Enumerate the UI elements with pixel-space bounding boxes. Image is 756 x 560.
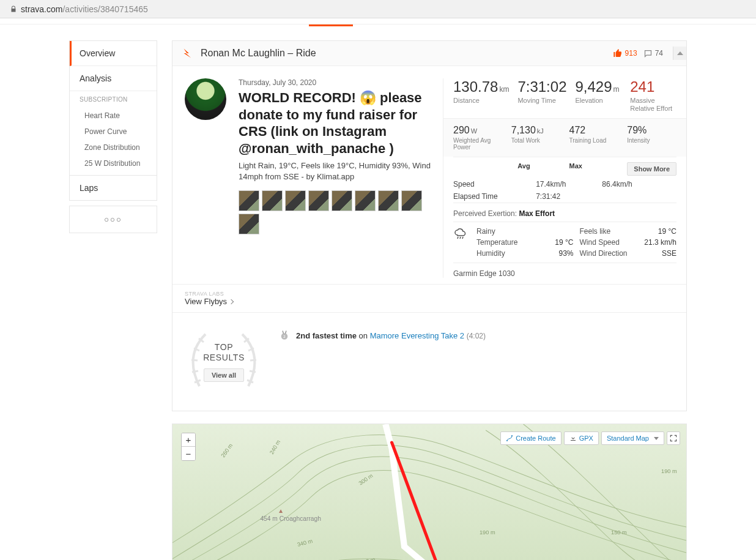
sidebar-item-laps[interactable]: Laps (70, 176, 157, 200)
stat-moving-time: 7:31:02Moving Time (517, 78, 566, 112)
view-flybys-link[interactable]: View Flybys (185, 297, 686, 306)
sidebar-item-25w-distribution[interactable]: 25 W Distribution (70, 155, 157, 175)
photo-thumb[interactable] (378, 190, 399, 211)
sidebar-item-overview[interactable]: Overview (70, 41, 157, 66)
stat-massive-relative-effort: 241Massive Relative Effort (630, 78, 676, 112)
photo-thumb[interactable] (239, 214, 259, 234)
stat-weighted-avg-power: 290WWeighted Avg Power (453, 125, 503, 151)
stat-row-speed: Speed17.4km/h86.4km/h (453, 178, 676, 190)
sidebar-item-heart-rate[interactable]: Heart Rate (70, 108, 157, 124)
map-zoom: + − (181, 433, 196, 461)
gpx-button[interactable]: GPX (564, 431, 599, 445)
sidebar-more[interactable]: ○○○ (69, 206, 157, 233)
show-more-button[interactable]: Show More (627, 162, 676, 176)
svg-text:260 m: 260 m (220, 442, 234, 458)
collapse-button[interactable] (673, 47, 686, 60)
achievement-row: 2 2nd fastest time on Mamore Everesting … (279, 330, 486, 341)
activity-panel: Ronan Mc Laughlin – Ride 913 74 (172, 40, 687, 411)
svg-point-13 (511, 435, 513, 436)
activity-header-title: Ronan Mc Laughlin – Ride (201, 48, 316, 59)
photo-thumbnails (239, 190, 422, 234)
svg-text:220 m: 220 m (359, 556, 376, 560)
photo-thumb[interactable] (401, 190, 422, 211)
svg-text:240 m: 240 m (269, 439, 282, 456)
zoom-in-button[interactable]: + (182, 433, 195, 447)
chevron-right-icon (229, 299, 234, 304)
medal-icon: 2 (279, 330, 290, 341)
comments-button[interactable]: 74 (643, 49, 663, 58)
map[interactable]: 260 m 240 m 300 m 340 m 220 m 190 m 150 … (172, 424, 686, 560)
zoom-out-button[interactable]: − (182, 447, 195, 460)
lock-icon (10, 6, 17, 13)
route-icon (506, 435, 513, 442)
sidebar: Overview Analysis SUBSCRIPTION Heart Rat… (69, 40, 157, 560)
segment-link[interactable]: Mamore Everesting Take 2 (370, 331, 464, 340)
comment-icon (643, 49, 653, 58)
stat-distance: 130.78kmDistance (453, 78, 509, 112)
chevron-down-icon (654, 437, 659, 440)
sidebar-item-analysis[interactable]: Analysis (70, 66, 157, 91)
photo-thumb[interactable] (285, 190, 306, 211)
photo-thumb[interactable] (262, 190, 283, 211)
activity-title: WORLD RECORD! 😱 please donate to my fund… (239, 89, 437, 157)
weather-grid: RainyFeels like19 °C Temperature19 °CWin… (453, 222, 676, 263)
stat-intensity: 79%Intensity (627, 125, 676, 151)
fullscreen-button[interactable] (667, 431, 680, 445)
svg-text:190 m: 190 m (480, 529, 495, 536)
perceived-exertion: Perceived Exertion: Max Effort (453, 203, 676, 222)
create-route-button[interactable]: Create Route (500, 431, 561, 445)
sidebar-item-zone-distribution[interactable]: Zone Distribution (70, 140, 157, 155)
svg-point-12 (506, 440, 508, 441)
url[interactable]: strava.com/activities/3840715465 (21, 4, 148, 14)
flybys-brand: STRAVA LABS (185, 291, 686, 297)
photo-thumb[interactable] (239, 190, 259, 211)
sidebar-item-power-curve[interactable]: Power Curve (70, 124, 157, 140)
top-results-badge: TOPRESULTS View all (187, 325, 261, 398)
peak-label: 454 m Croaghcarragh (260, 515, 321, 522)
kudos-icon (613, 48, 623, 58)
map-panel: 260 m 240 m 300 m 340 m 220 m 190 m 150 … (172, 424, 687, 560)
svg-text:▲: ▲ (278, 507, 284, 514)
stats-col-metric (453, 162, 517, 176)
map-style-select[interactable]: Standard Map (601, 431, 664, 445)
stat-elevation: 9,429mElevation (575, 78, 621, 112)
addressbar: strava.com/activities/3840715465 (0, 0, 756, 18)
activity-weather-line: Light Rain, 19°C, Feels like 19°C, Humid… (239, 160, 437, 182)
stat-total-work: 7,130kJTotal Work (511, 125, 561, 151)
stat-training-load: 472Training Load (569, 125, 619, 151)
photo-thumb[interactable] (308, 190, 329, 211)
ride-icon (182, 47, 195, 59)
download-icon (569, 435, 577, 442)
svg-text:150 m: 150 m (611, 529, 627, 536)
kudos-button[interactable]: 913 (613, 48, 637, 58)
rain-icon (453, 227, 468, 242)
wreath-icon (187, 325, 261, 398)
fullscreen-icon (669, 434, 678, 442)
device-name: Garmin Edge 1030 (453, 263, 676, 278)
activity-date: Thursday, July 30, 2020 (239, 78, 437, 87)
stats-col-max: Max (569, 162, 628, 176)
svg-text:190 m: 190 m (661, 468, 677, 474)
photo-thumb[interactable] (332, 190, 352, 211)
stat-row-elapsed-time: Elapsed Time7:31:42 (453, 190, 676, 203)
photo-thumb[interactable] (355, 190, 376, 211)
svg-text:340 m: 340 m (297, 538, 313, 548)
avatar[interactable] (185, 78, 226, 120)
sidebar-subscription-header: SUBSCRIPTION (70, 91, 157, 108)
stats-col-avg: Avg (517, 162, 569, 176)
svg-text:300 m: 300 m (358, 472, 374, 486)
